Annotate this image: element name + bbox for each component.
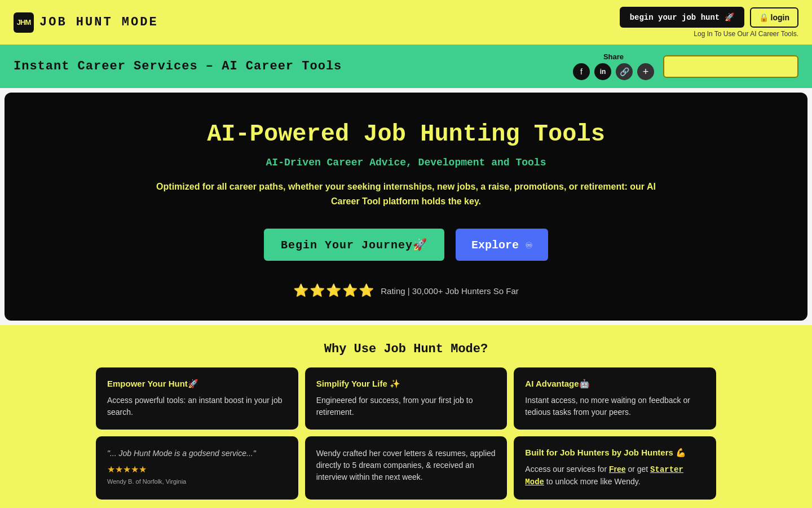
header-right: begin your job hunt 🚀 🔒 login Log In To … — [620, 7, 798, 38]
card-built-middle: or get — [626, 465, 651, 474]
logo-badge: JHM — [14, 12, 34, 33]
card-ai-title: AI Advantage🤖 — [525, 379, 705, 389]
card-quote-stars: ★★★★★ — [107, 464, 287, 475]
banner-bar: Instant Career Services – AI Career Tool… — [0, 45, 812, 88]
card-ai-advantage: AI Advantage🤖 Instant access, no more wa… — [514, 367, 716, 430]
card-simplify-body: Engineered for success, from your first … — [316, 395, 496, 418]
facebook-share-icon[interactable]: f — [573, 63, 590, 80]
link-share-icon[interactable]: 🔗 — [616, 63, 633, 80]
hero-description: Optimized for all career paths, whether … — [152, 179, 660, 208]
top-cards-grid: Empower Your Hunt🚀 Access powerful tools… — [96, 367, 716, 430]
hero-subtitle: AI-Driven Career Advice, Development and… — [27, 157, 785, 168]
logo-text: JOB HUNT MODE — [39, 15, 158, 29]
card-empower: Empower Your Hunt🚀 Access powerful tools… — [96, 367, 298, 430]
rating-stars: ⭐⭐⭐⭐⭐ — [293, 283, 375, 298]
banner-title: Instant Career Services – AI Career Tool… — [14, 59, 342, 73]
header-subtext: Log In To Use Our AI Career Tools. — [694, 30, 798, 38]
logo-area: JHM JOB HUNT MODE — [14, 12, 158, 33]
share-label: Share — [603, 52, 624, 61]
share-area: Share f in 🔗 + — [573, 52, 654, 80]
free-link[interactable]: Free — [609, 465, 626, 474]
linkedin-share-icon[interactable]: in — [594, 63, 611, 80]
banner-right: Share f in 🔗 + — [573, 52, 798, 80]
hero-title: AI-Powered Job Hunting Tools — [27, 121, 785, 148]
card-built-suffix: to unlock more like Wendy. — [544, 477, 641, 486]
card-empower-body: Access powerful tools: an instant boost … — [107, 395, 287, 418]
header-buttons: begin your job hunt 🚀 🔒 login — [620, 7, 798, 28]
card-simplify: Simplify Your Life ✨ Engineered for succ… — [305, 367, 508, 430]
card-built-body: Access our services for Free or get Star… — [525, 463, 705, 488]
card-quote-text: "... Job Hunt Mode is a godsend service.… — [107, 448, 287, 459]
rating-text: Rating | 30,000+ Job Hunters So Far — [381, 286, 518, 296]
card-quote-author: Wendy B. of Norfolk, Virginia — [107, 478, 287, 485]
card-empower-title: Empower Your Hunt🚀 — [107, 379, 287, 389]
login-button[interactable]: 🔒 login — [750, 7, 798, 28]
share-icons: f in 🔗 + — [573, 63, 654, 80]
bottom-cards-grid: "... Job Hunt Mode is a godsend service.… — [96, 436, 716, 500]
card-ai-body: Instant access, no more waiting on feedb… — [525, 395, 705, 418]
begin-job-hunt-button[interactable]: begin your job hunt 🚀 — [620, 7, 744, 28]
search-input[interactable] — [663, 55, 798, 78]
why-section: Why Use Job Hunt Mode? Empower Your Hunt… — [0, 325, 812, 508]
card-wendy-body: Wendy crafted her cover letters & resume… — [316, 448, 496, 483]
why-title: Why Use Job Hunt Mode? — [11, 342, 801, 356]
card-built: Built for Job Hunters by Job Hunters 💪 A… — [514, 436, 716, 500]
begin-journey-button[interactable]: Begin Your Journey🚀 — [264, 229, 444, 261]
top-header: JHM JOB HUNT MODE begin your job hunt 🚀 … — [0, 0, 812, 45]
card-built-prefix: Access our services for — [525, 465, 609, 474]
card-simplify-title: Simplify Your Life ✨ — [316, 379, 496, 389]
explore-button[interactable]: Explore ♾️ — [456, 229, 548, 261]
more-share-icon[interactable]: + — [637, 63, 654, 80]
hero-section: AI-Powered Job Hunting Tools AI-Driven C… — [5, 93, 807, 321]
hero-buttons: Begin Your Journey🚀 Explore ♾️ — [27, 229, 785, 261]
hero-rating: ⭐⭐⭐⭐⭐ Rating | 30,000+ Job Hunters So Fa… — [27, 283, 785, 298]
card-wendy: Wendy crafted her cover letters & resume… — [305, 436, 508, 500]
card-quote: "... Job Hunt Mode is a godsend service.… — [96, 436, 298, 500]
card-built-title: Built for Job Hunters by Job Hunters 💪 — [525, 448, 705, 458]
